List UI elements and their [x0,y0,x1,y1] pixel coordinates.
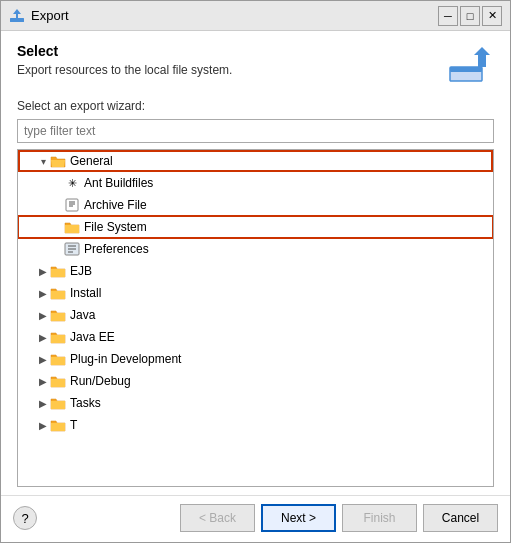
section-title: Select [17,43,232,59]
filter-input[interactable] [17,119,494,143]
maximize-button[interactable]: □ [460,6,480,26]
header-area: Select Export resources to the local fil… [17,43,494,87]
chevron-plugin-dev: ▶ [36,352,50,366]
chevron-t-more: ▶ [36,418,50,432]
tree-item-label-ant: Ant Buildfiles [84,176,153,190]
folder-icon-run-debug [50,374,66,388]
tree-item-preferences[interactable]: Preferences [18,238,493,260]
tree-item-label-archive: Archive File [84,198,147,212]
archive-file-icon [64,198,80,212]
export-icon-large [446,45,494,85]
tree-item-run-debug[interactable]: ▶ Run/Debug [18,370,493,392]
close-button[interactable]: ✕ [482,6,502,26]
button-bar: ? < Back Next > Finish Cancel [1,495,510,542]
tree-item-label-filesystem: File System [84,220,147,234]
folder-icon-tasks [50,396,66,410]
svg-marker-4 [474,47,490,67]
tree-item-label-t-more: T [70,418,77,432]
cancel-button[interactable]: Cancel [423,504,498,532]
tree-item-java[interactable]: ▶ Java [18,304,493,326]
chevron-java-ee: ▶ [36,330,50,344]
nav-buttons: < Back Next > Finish Cancel [180,504,498,532]
header-text: Select Export resources to the local fil… [17,43,232,87]
tree-item-label-java: Java [70,308,95,322]
tree-item-label-java-ee: Java EE [70,330,115,344]
folder-icon-t-more [50,418,66,432]
minimize-button[interactable]: ─ [438,6,458,26]
help-button[interactable]: ? [13,506,37,530]
folder-icon-plugin-dev [50,352,66,366]
dialog-title: Export [31,8,69,23]
tree-item-ant-buildfiles[interactable]: ✳ Ant Buildfiles [18,172,493,194]
chevron-run-debug: ▶ [36,374,50,388]
chevron-general: ▾ [36,154,50,168]
folder-icon-ejb [50,264,66,278]
tree-item-archive-file[interactable]: Archive File [18,194,493,216]
chevron-tasks: ▶ [36,396,50,410]
export-title-icon [9,8,25,24]
chevron-java: ▶ [36,308,50,322]
tree-item-label-run-debug: Run/Debug [70,374,131,388]
prefs-icon [64,242,80,256]
tree-item-label-ejb: EJB [70,264,92,278]
export-dialog: Export ─ □ ✕ Select Export resources to … [0,0,511,543]
folder-icon-filesystem [64,220,80,234]
folder-icon-java-ee [50,330,66,344]
tree-item-label-general: General [70,154,113,168]
svg-rect-6 [66,199,78,211]
chevron-ejb: ▶ [36,264,50,278]
tree-item-t-more[interactable]: ▶ T [18,414,493,436]
next-button[interactable]: Next > [261,504,336,532]
tree-item-general[interactable]: ▾ General [18,150,493,172]
svg-rect-0 [10,18,24,22]
tree-item-install[interactable]: ▶ Install [18,282,493,304]
folder-icon-install [50,286,66,300]
finish-button[interactable]: Finish [342,504,417,532]
title-bar-left: Export [9,8,69,24]
tree-item-file-system[interactable]: File System [18,216,493,238]
dialog-content: Select Export resources to the local fil… [1,31,510,495]
folder-open-icon-general [50,154,66,168]
folder-icon-java [50,308,66,322]
tree-container[interactable]: ▾ General ✳ Ant Buildfiles [17,149,494,487]
wizard-label: Select an export wizard: [17,99,494,113]
back-button[interactable]: < Back [180,504,255,532]
tree-item-label-prefs: Preferences [84,242,149,256]
title-bar-controls: ─ □ ✕ [438,6,502,26]
tree-item-label-install: Install [70,286,101,300]
tree-item-tasks[interactable]: ▶ Tasks [18,392,493,414]
tree-item-plugin-dev[interactable]: ▶ Plug-in Development [18,348,493,370]
section-description: Export resources to the local file syste… [17,63,232,77]
tree-item-label-tasks: Tasks [70,396,101,410]
svg-rect-3 [450,67,482,72]
ant-icon: ✳ [64,176,80,190]
tree-item-ejb[interactable]: ▶ EJB [18,260,493,282]
title-bar: Export ─ □ ✕ [1,1,510,31]
tree-item-label-plugin-dev: Plug-in Development [70,352,181,366]
tree-item-java-ee[interactable]: ▶ Java EE [18,326,493,348]
svg-marker-1 [13,9,21,18]
chevron-install: ▶ [36,286,50,300]
